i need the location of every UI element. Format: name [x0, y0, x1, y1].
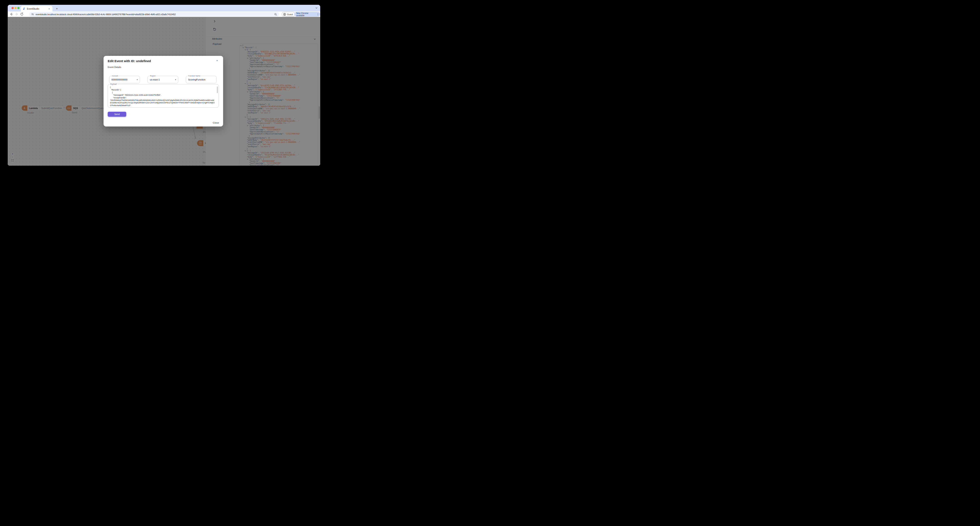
payload-field: Payload { "Records": [ { "messageId": "6…	[108, 84, 219, 108]
profile-button[interactable]: Guest	[282, 12, 295, 17]
menu-dots-icon[interactable]	[317, 13, 319, 16]
payload-scrollbar[interactable]	[217, 86, 218, 93]
reload-icon[interactable]	[20, 12, 24, 16]
send-button[interactable]: Send	[108, 112, 126, 117]
chrome-update-chip[interactable]: New Chrome available	[294, 12, 320, 17]
select-caret-icon: ▼	[137, 79, 138, 80]
forward-icon[interactable]	[14, 12, 19, 16]
function-name-value: ScoringFunction	[188, 76, 205, 83]
eventstudio-favicon	[22, 7, 25, 10]
modal-close-icon[interactable]: ×	[215, 59, 219, 62]
site-settings-icon[interactable]	[31, 13, 34, 16]
modal-title: Edit Event with ID: undefined	[108, 59, 151, 63]
region-select[interactable]: Region us-east-1 ▼	[148, 76, 178, 83]
close-button[interactable]: Close	[213, 121, 219, 124]
new-tab-button[interactable]: +	[54, 6, 59, 11]
region-value: us-east-1	[150, 76, 160, 83]
payload-textarea[interactable]: { "Records": [ { "messageId": "65032221-…	[110, 86, 215, 106]
zoom-icon[interactable]	[274, 13, 277, 16]
payload-label: Payload	[110, 83, 117, 85]
function-name-field[interactable]: Function Name ScoringFunction	[186, 76, 217, 83]
tab-search-chevron-icon[interactable]	[315, 7, 318, 9]
browser-window: EventStudio × + eventstudio.localhost.l	[8, 5, 320, 166]
account-value: 000000000000	[111, 76, 127, 83]
tab-title: EventStudio	[27, 8, 48, 10]
close-window-button[interactable]	[11, 7, 14, 9]
tab-eventstudio[interactable]: EventStudio ×	[21, 6, 52, 11]
maximize-window-button[interactable]	[17, 7, 19, 9]
tab-strip: EventStudio × +	[8, 5, 320, 11]
select-caret-icon: ▼	[175, 79, 176, 80]
profile-label: Guest	[287, 13, 293, 16]
account-select[interactable]: Account 000000000000 ▼	[109, 76, 140, 83]
back-icon[interactable]	[10, 12, 14, 16]
edit-event-modal: Edit Event with ID: undefined × Event De…	[103, 56, 223, 126]
modal-subtitle: Event Details	[108, 66, 121, 69]
person-icon	[283, 13, 286, 16]
chrome-update-text: New Chrome available	[296, 12, 316, 17]
tab-close-icon[interactable]: ×	[48, 7, 51, 10]
url-text: eventstudio.localhost.localstack.cloud:4…	[36, 13, 274, 16]
minimize-window-button[interactable]	[14, 7, 17, 9]
browser-toolbar: eventstudio.localhost.localstack.cloud:4…	[8, 11, 320, 17]
url-bar[interactable]: eventstudio.localhost.localstack.cloud:4…	[29, 12, 279, 16]
